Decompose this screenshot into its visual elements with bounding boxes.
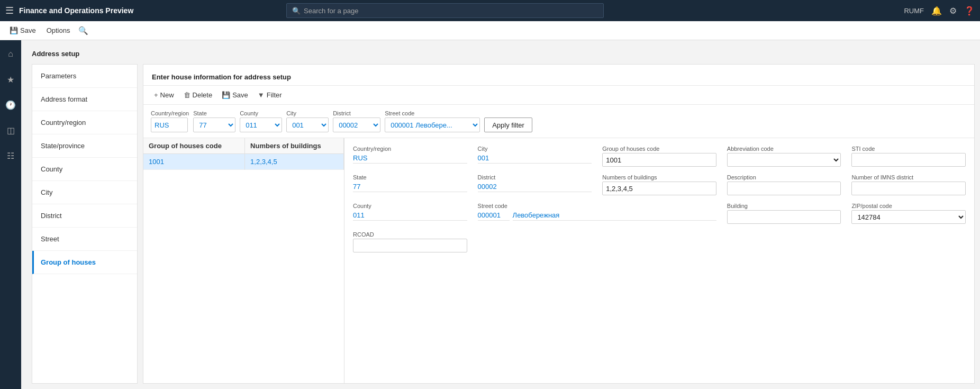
detail-country-region-label: Country/region	[353, 146, 467, 152]
filter-county: County 011	[240, 110, 282, 132]
notification-icon[interactable]: 🔔	[931, 6, 942, 16]
detail-rcoad-input[interactable]	[353, 239, 467, 252]
detail-imns-input[interactable]	[851, 182, 966, 195]
help-icon[interactable]: ❓	[964, 6, 975, 16]
detail-building-input[interactable]	[727, 210, 841, 224]
filter-country-region-input[interactable]	[151, 117, 188, 132]
table-panel: Group of houses code Numbers of building…	[143, 138, 344, 383]
filter-country-region-label: Country/region	[151, 110, 189, 116]
filter-city-label: City	[286, 110, 329, 116]
filter-county-select[interactable]: 011	[240, 117, 282, 132]
filter-city: City 001	[286, 110, 329, 132]
top-bar: ☰ Finance and Operations Preview 🔍 Searc…	[0, 0, 980, 21]
sidebar-item-group-of-houses[interactable]: Group of houses	[32, 251, 137, 274]
detail-street-code-name: Левобережная	[513, 210, 716, 221]
detail-district-value: 00002	[478, 182, 592, 192]
detail-rcoad: RCOAD	[353, 231, 467, 252]
options-button[interactable]: Options	[42, 24, 75, 37]
col-buildings: Numbers of buildings	[245, 138, 344, 154]
new-button[interactable]: + New	[150, 89, 178, 101]
detail-zip-select[interactable]: 142784	[851, 210, 966, 224]
detail-zip-label: ZIP/postal code	[851, 203, 966, 209]
form-title: Enter house information for address setu…	[152, 73, 291, 81]
save-form-button[interactable]: 💾 Save	[217, 89, 252, 101]
modules-icon[interactable]: ☷	[2, 147, 19, 164]
sidebar-item-parameters[interactable]: Parameters	[32, 65, 137, 88]
delete-icon: 🗑	[184, 91, 190, 99]
detail-city: City 001	[478, 146, 592, 164]
detail-state: State 77	[353, 174, 467, 192]
filter-district-label: District	[333, 110, 380, 116]
home-icon[interactable]: ⌂	[2, 46, 19, 62]
filter-street-code-select[interactable]: 000001 Левобере...	[385, 117, 480, 132]
filter-country-region: Country/region	[151, 110, 189, 132]
settings-icon[interactable]: ⚙	[949, 6, 957, 16]
sidebar-item-country-region[interactable]: Country/region	[32, 111, 137, 134]
detail-description-input[interactable]	[727, 182, 841, 195]
detail-county: County 011	[353, 203, 467, 221]
detail-sti-label: STI code	[851, 146, 966, 152]
action-bar: 💾 Save Options 🔍	[0, 21, 980, 40]
top-bar-right: RUMF 🔔 ⚙ ❓	[904, 6, 975, 16]
detail-numbers-label: Numbers of buildings	[602, 174, 716, 180]
detail-zip: ZIP/postal code 142784	[851, 203, 966, 224]
detail-abbreviation-select[interactable]	[727, 153, 841, 167]
filter-street-code: Street code 000001 Левобере...	[385, 110, 480, 132]
detail-abbreviation-label: Abbreviation code	[727, 146, 841, 152]
detail-group-code: Group of houses code	[602, 146, 716, 167]
detail-group-code-label: Group of houses code	[602, 146, 716, 152]
search-bar[interactable]: 🔍 Search for a page	[286, 3, 604, 18]
save-button[interactable]: 💾 Save	[5, 24, 40, 37]
sidebar-nav: Parameters Address format Country/region…	[32, 64, 138, 384]
detail-panel: Country/region RUS City 001 Group of hou…	[344, 138, 974, 383]
filter-city-select[interactable]: 001	[286, 117, 329, 132]
sidebar-item-county[interactable]: County	[32, 158, 137, 181]
save-icon: 💾	[10, 26, 18, 34]
form-header: Enter house information for address setu…	[143, 65, 974, 86]
sidebar-item-state-province[interactable]: State/province	[32, 134, 137, 158]
main-layout: ⌂ ★ 🕐 ◫ ☷ Address setup Parameters Addre…	[0, 40, 980, 389]
save-form-icon: 💾	[222, 91, 230, 99]
sidebar-item-address-format[interactable]: Address format	[32, 88, 137, 111]
delete-button[interactable]: 🗑 Delete	[179, 89, 217, 101]
detail-country-region: Country/region RUS	[353, 146, 467, 164]
form-area: Enter house information for address setu…	[143, 64, 975, 384]
detail-imns: Number of IMNS district	[851, 174, 966, 195]
detail-rcoad-label: RCOAD	[353, 231, 467, 238]
filter-state-select[interactable]: 77	[193, 117, 235, 132]
detail-street-code-code: 000001	[478, 210, 510, 221]
new-icon: +	[154, 91, 158, 99]
detail-abbreviation: Abbreviation code	[727, 146, 841, 167]
left-nav: ⌂ ★ 🕐 ◫ ☷	[0, 40, 21, 389]
apply-filter-button[interactable]: Apply filter	[484, 117, 532, 132]
detail-street-code: Street code 000001 Левобережная	[478, 203, 716, 221]
split-area: Parameters Address format Country/region…	[21, 64, 980, 389]
detail-numbers: Numbers of buildings	[602, 174, 716, 195]
detail-group-code-input[interactable]	[602, 153, 716, 167]
detail-city-value: 001	[478, 153, 592, 164]
user-label: RUMF	[904, 7, 924, 15]
filter-state: State 77	[193, 110, 235, 132]
content-area: Address setup Parameters Address format …	[21, 40, 980, 389]
detail-numbers-input[interactable]	[602, 182, 716, 195]
sidebar-item-district[interactable]: District	[32, 204, 137, 228]
detail-city-label: City	[478, 146, 592, 152]
workspaces-icon[interactable]: ◫	[2, 122, 19, 139]
filter-district-select[interactable]: 00002	[333, 117, 380, 132]
content-split: Group of houses code Numbers of building…	[143, 138, 974, 383]
sidebar-item-street[interactable]: Street	[32, 228, 137, 251]
detail-imns-label: Number of IMNS district	[851, 174, 966, 180]
sidebar-item-city[interactable]: City	[32, 181, 137, 204]
detail-sti-input[interactable]	[851, 153, 966, 167]
cell-group-code: 1001	[143, 154, 245, 170]
recent-icon[interactable]: 🕐	[2, 96, 19, 113]
action-search-button[interactable]: 🔍	[78, 26, 88, 35]
filter-icon: ▼	[258, 91, 265, 99]
cell-buildings: 1,2,3,4,5	[245, 154, 344, 170]
favorites-icon[interactable]: ★	[2, 71, 19, 88]
page-header: Address setup	[21, 40, 980, 64]
menu-icon[interactable]: ☰	[5, 5, 14, 16]
detail-state-value: 77	[353, 182, 467, 192]
filter-button[interactable]: ▼ Filter	[253, 89, 286, 101]
table-row[interactable]: 1001 1,2,3,4,5	[143, 154, 344, 170]
